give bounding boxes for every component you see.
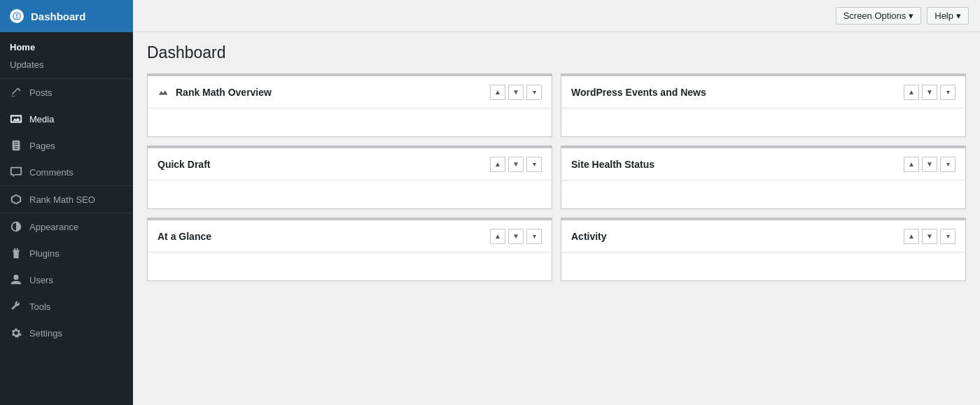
tools-icon [10,300,22,313]
sidebar-item-tools[interactable]: Tools [0,293,133,320]
widget-rank-math-overview-controls: ▲ ▼ ▾ [490,85,542,100]
widget-wordpress-events-news: WordPress Events and News ▲ ▼ ▾ [561,73,966,137]
widget-rank-math-overview-title-area: Rank Math Overview [158,86,272,99]
widget-rank-math-overview-toggle-btn[interactable]: ▾ [526,85,542,100]
sidebar-users-label: Users [29,275,53,285]
topbar: Screen Options ▾ Help ▾ [133,0,980,32]
widget-quick-draft-up-btn[interactable]: ▲ [490,157,505,172]
rank-math-icon [10,193,22,206]
widget-activity: Activity ▲ ▼ ▾ [561,218,966,281]
screen-options-chevron-icon: ▾ [909,10,913,21]
edit-icon [10,86,22,99]
sidebar-tools-label: Tools [29,301,50,312]
sidebar-rank-math-label: Rank Math SEO [29,194,95,205]
sidebar-item-home[interactable]: Home [0,38,133,57]
sidebar-item-settings[interactable]: Settings [0,320,133,346]
widget-at-a-glance-header: At a Glance ▲ ▼ ▾ [148,220,552,253]
widget-activity-body [561,253,965,280]
widget-rank-math-overview-title: Rank Math Overview [176,87,272,98]
sidebar-item-pages[interactable]: Pages [0,132,133,159]
widget-activity-controls: ▲ ▼ ▾ [904,229,955,244]
screen-options-label: Screen Options [844,10,906,21]
widget-rank-math-overview-body [148,108,552,136]
widget-wordpress-events-news-body [561,108,965,136]
widget-at-a-glance-controls: ▲ ▼ ▾ [490,229,542,244]
help-button[interactable]: Help ▾ [927,7,969,24]
widget-site-health-status-body [561,180,965,208]
settings-icon [10,327,22,339]
rank-math-overview-icon [158,86,170,99]
widget-wordpress-events-news-up-btn[interactable]: ▲ [904,85,919,100]
widget-activity-title: Activity [571,231,607,242]
page-title: Dashboard [147,43,966,62]
widget-quick-draft-title: Quick Draft [158,159,210,170]
help-chevron-icon: ▾ [956,10,961,21]
widget-quick-draft-controls: ▲ ▼ ▾ [490,157,542,172]
sidebar-logo[interactable]: Dashboard [0,0,133,32]
widget-quick-draft-header: Quick Draft ▲ ▼ ▾ [148,148,552,180]
widget-at-a-glance-toggle-btn[interactable]: ▾ [526,229,542,244]
comments-icon [10,166,22,178]
help-label: Help [934,10,953,21]
widget-wordpress-events-news-controls: ▲ ▼ ▾ [904,85,955,100]
sidebar-item-comments[interactable]: Comments [0,159,133,185]
sidebar-comments-label: Comments [29,167,74,178]
widget-at-a-glance-up-btn[interactable]: ▲ [490,229,505,244]
sidebar-pages-label: Pages [29,141,55,151]
widget-site-health-status-toggle-btn[interactable]: ▾ [940,157,955,172]
sidebar-item-appearance[interactable]: Appearance [0,213,133,240]
content-area: Dashboard Rank Math Overview ▲ ▼ ▾ [133,32,980,405]
widget-rank-math-overview-up-btn[interactable]: ▲ [490,85,505,100]
sidebar-logo-label: Dashboard [31,10,85,22]
widget-activity-toggle-btn[interactable]: ▾ [940,229,955,244]
widget-at-a-glance: At a Glance ▲ ▼ ▾ [147,218,552,281]
widget-site-health-status: Site Health Status ▲ ▼ ▾ [561,145,966,209]
widget-activity-title-area: Activity [571,231,607,242]
widget-quick-draft-down-btn[interactable]: ▼ [508,157,524,172]
sidebar-plugins-label: Plugins [29,248,59,259]
widget-quick-draft-title-area: Quick Draft [158,159,210,170]
widget-activity-down-btn[interactable]: ▼ [922,229,937,244]
widget-activity-header: Activity ▲ ▼ ▾ [561,220,965,253]
sidebar-posts-label: Posts [29,87,52,98]
widget-at-a-glance-title-area: At a Glance [158,231,211,242]
widget-wordpress-events-news-header: WordPress Events and News ▲ ▼ ▾ [561,76,965,108]
widget-wordpress-events-news-down-btn[interactable]: ▼ [922,85,937,100]
sidebar-item-rank-math-seo[interactable]: Rank Math SEO [0,186,133,213]
sidebar-item-updates[interactable]: Updates [0,57,133,76]
widget-rank-math-overview-header: Rank Math Overview ▲ ▼ ▾ [148,76,552,108]
sidebar-item-users[interactable]: Users [0,267,133,293]
widget-quick-draft-toggle-btn[interactable]: ▾ [526,157,542,172]
dashboard-icon [10,9,24,23]
sidebar-settings-label: Settings [29,328,62,339]
widget-wordpress-events-news-toggle-btn[interactable]: ▾ [940,85,955,100]
sidebar-home-section: Home Updates [0,32,133,78]
media-icon [10,113,22,125]
screen-options-button[interactable]: Screen Options ▾ [836,7,922,24]
widget-wordpress-events-news-title-area: WordPress Events and News [571,87,706,98]
sidebar-item-plugins[interactable]: Plugins [0,240,133,267]
widget-quick-draft: Quick Draft ▲ ▼ ▾ [147,145,552,209]
pages-icon [10,139,22,152]
widget-at-a-glance-title: At a Glance [158,231,211,242]
sidebar-item-posts[interactable]: Posts [0,79,133,106]
widget-rank-math-overview-down-btn[interactable]: ▼ [508,85,524,100]
widget-at-a-glance-down-btn[interactable]: ▼ [508,229,524,244]
widget-at-a-glance-body [148,253,552,280]
widget-rank-math-overview: Rank Math Overview ▲ ▼ ▾ [147,73,552,137]
sidebar-appearance-label: Appearance [29,222,78,232]
widget-site-health-status-down-btn[interactable]: ▼ [922,157,937,172]
widget-wordpress-events-news-title: WordPress Events and News [571,87,706,98]
widget-activity-up-btn[interactable]: ▲ [904,229,919,244]
users-icon [10,273,22,286]
widget-site-health-status-title: Site Health Status [571,159,654,170]
sidebar-item-media[interactable]: Media [0,106,133,132]
widgets-grid: Rank Math Overview ▲ ▼ ▾ WordPress Event… [147,73,966,281]
widget-site-health-status-title-area: Site Health Status [571,159,654,170]
sidebar: Dashboard Home Updates Posts Media Pages [0,0,133,405]
plugins-icon [10,247,22,260]
appearance-icon [10,220,22,233]
sidebar-media-label: Media [29,114,54,125]
widget-site-health-status-up-btn[interactable]: ▲ [904,157,919,172]
main-area: Screen Options ▾ Help ▾ Dashboard Rank M… [133,0,980,405]
